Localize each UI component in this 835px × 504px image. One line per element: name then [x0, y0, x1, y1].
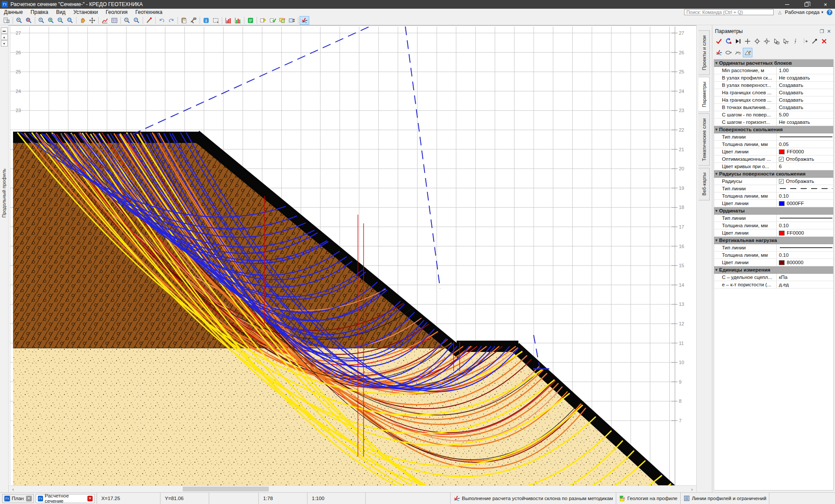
- section-header[interactable]: ▾Ординаты: [714, 207, 833, 215]
- param-value[interactable]: FF0000: [776, 229, 833, 236]
- apply-calc-icon[interactable]: [714, 48, 724, 57]
- tangent-op-icon[interactable]: [733, 48, 743, 57]
- ellipse-op-icon[interactable]: [724, 48, 733, 57]
- param-row[interactable]: Цвет линии800000: [714, 259, 833, 266]
- status-tool-profiles[interactable]: Линии профилей и ограничений: [680, 493, 769, 504]
- param-value[interactable]: Создавать: [776, 82, 833, 89]
- param-row[interactable]: Тип линии: [714, 133, 833, 141]
- zoom-rect-icon[interactable]: [65, 16, 75, 25]
- properties-doc-icon[interactable]: [2, 16, 11, 25]
- help-icon[interactable]: ?: [827, 10, 832, 15]
- section-header[interactable]: ▾Вертикальная нагрузка: [714, 237, 833, 244]
- section-header[interactable]: ▾Ординаты расчетных блоков: [714, 60, 833, 67]
- param-row[interactable]: Толщина линии, мм0.10: [714, 252, 833, 259]
- section-header[interactable]: ▾Единицы измерения: [714, 266, 833, 274]
- tab-close-icon[interactable]: ✕: [87, 496, 93, 501]
- paste-icon[interactable]: [179, 16, 189, 25]
- add-point-icon[interactable]: [743, 36, 752, 46]
- picker-icon[interactable]: [810, 36, 819, 46]
- param-value[interactable]: д.ед: [776, 281, 833, 288]
- param-row[interactable]: Тип линии: [714, 244, 833, 252]
- param-value[interactable]: Создавать: [776, 89, 833, 96]
- zoom-area-icon[interactable]: [132, 16, 141, 25]
- param-row[interactable]: Тип линии: [714, 215, 833, 222]
- redo-icon[interactable]: [167, 16, 176, 25]
- status-tool-geology[interactable]: Геология на профиле: [616, 493, 680, 504]
- checkbox[interactable]: ✓: [779, 179, 784, 184]
- param-value[interactable]: Создавать: [776, 104, 833, 111]
- param-row[interactable]: Толщина линии, мм0.10: [714, 192, 833, 200]
- param-row[interactable]: В узлах профиля ск...Не создавать: [714, 74, 833, 82]
- param-value[interactable]: Не создавать: [776, 119, 833, 126]
- param-value[interactable]: 6: [776, 163, 833, 170]
- minimize-button[interactable]: [778, 0, 797, 9]
- param-row[interactable]: Радиусы✓Отображать: [714, 178, 833, 185]
- param-value[interactable]: 0.05: [776, 141, 833, 148]
- strip-collapse-button[interactable]: ▬: [1, 27, 8, 33]
- param-value[interactable]: [776, 185, 833, 192]
- status-tool-calc[interactable]: Выполнение расчета устойчивости склона п…: [450, 493, 616, 504]
- menu-item-данные[interactable]: Данные: [0, 9, 27, 16]
- param-value[interactable]: Создавать: [776, 96, 833, 103]
- menu-item-правка[interactable]: Правка: [27, 9, 52, 16]
- apply-green-icon[interactable]: [246, 16, 255, 25]
- param-value[interactable]: FF0000: [776, 148, 833, 155]
- param-value[interactable]: 0.10: [776, 222, 833, 229]
- zoom-search-icon[interactable]: [122, 16, 132, 25]
- side-tab-3[interactable]: Тематические слои: [698, 113, 710, 166]
- param-value[interactable]: [776, 133, 833, 140]
- undo-op-icon[interactable]: [724, 36, 733, 46]
- param-row[interactable]: Толщина линии, мм0.10: [714, 222, 833, 229]
- menu-item-геология[interactable]: Геология: [102, 9, 131, 16]
- section-header[interactable]: ▾Радиусы поверхности скольжения: [714, 170, 833, 178]
- target-icon[interactable]: [752, 36, 762, 46]
- pan-hand-icon[interactable]: [78, 16, 87, 25]
- param-row[interactable]: С шагом - горизонт...Не создавать: [714, 119, 833, 126]
- side-tab-1[interactable]: Проекты и слои: [698, 30, 710, 75]
- doc-tab-active[interactable]: ГтРасчетное сечение✕: [36, 494, 95, 503]
- scroll-right-icon[interactable]: ›: [688, 486, 695, 492]
- param-value[interactable]: [776, 244, 833, 251]
- cancel-red-icon[interactable]: [819, 36, 829, 46]
- columns-green-icon[interactable]: [233, 16, 243, 25]
- calc-active-icon[interactable]: [300, 16, 309, 25]
- profile-red-icon[interactable]: [100, 16, 110, 25]
- param-row[interactable]: Min расстояние, м1.00: [714, 67, 833, 74]
- param-row[interactable]: На границах слоев ...Создавать: [714, 96, 833, 104]
- close-button[interactable]: ×: [816, 0, 835, 9]
- tools-icon[interactable]: [189, 16, 198, 25]
- longitudinal-profile-tab[interactable]: Продольный профиль: [1, 169, 7, 218]
- param-row[interactable]: На границах слоев ...Создавать: [714, 89, 833, 96]
- param-value[interactable]: Не создавать: [776, 74, 833, 81]
- param-row[interactable]: Цвет линии0000FF: [714, 200, 833, 207]
- horizontal-scrollbar[interactable]: ‹ ›: [9, 485, 696, 492]
- cursor-text-icon[interactable]: T: [781, 36, 791, 46]
- menu-item-установки[interactable]: Установки: [70, 9, 102, 16]
- to-end-icon[interactable]: [733, 36, 743, 46]
- section-header[interactable]: ▾Поверхность скольжения: [714, 126, 833, 133]
- profile-grid-icon[interactable]: [110, 16, 119, 25]
- zoom-prev-icon[interactable]: [14, 16, 24, 25]
- zoom-window-icon[interactable]: [24, 16, 33, 25]
- param-row[interactable]: Толщина линии, мм0.05: [714, 141, 833, 148]
- target-move-icon[interactable]: [762, 36, 772, 46]
- zoom-out-icon[interactable]: [56, 16, 65, 25]
- layer-copy-icon[interactable]: [277, 16, 287, 25]
- param-row[interactable]: В узлах поверхност...Создавать: [714, 82, 833, 89]
- param-value[interactable]: кПа: [776, 274, 833, 281]
- param-row[interactable]: С шагом - по повер...5.00: [714, 111, 833, 119]
- confirm-check-icon[interactable]: [714, 36, 724, 46]
- props-active-icon[interactable]: [743, 48, 752, 57]
- layer-move-icon[interactable]: [287, 16, 297, 25]
- brush-icon[interactable]: [144, 16, 154, 25]
- scrollbar-thumb[interactable]: [183, 487, 269, 491]
- param-row[interactable]: Цвет линииFF0000: [714, 229, 833, 237]
- param-value[interactable]: 1.00: [776, 67, 833, 74]
- param-row[interactable]: Цвет кривых при о...6: [714, 163, 833, 170]
- float-icon[interactable]: ❐: [818, 29, 825, 34]
- move-cross-icon[interactable]: [87, 16, 97, 25]
- menu-item-вид[interactable]: Вид: [52, 9, 70, 16]
- restore-button[interactable]: [797, 0, 816, 9]
- columns-red-icon[interactable]: [224, 16, 233, 25]
- layer-yellow-icon[interactable]: [258, 16, 268, 25]
